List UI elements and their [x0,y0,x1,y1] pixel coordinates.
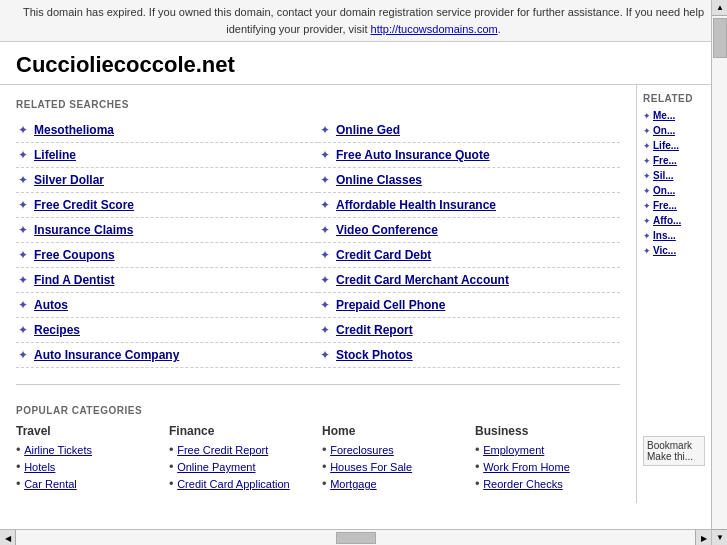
search-link-free-credit-score[interactable]: Free Credit Score [34,198,134,212]
list-item: ✦ Credit Card Debt [318,243,620,268]
category-col-travel: Travel Airline Tickets Hotels Car Rental [16,424,161,493]
arrow-icon: ✦ [643,186,651,196]
search-link-free-auto-insurance[interactable]: Free Auto Insurance Quote [336,148,490,162]
list-item: ✦ Video Conference [318,218,620,243]
list-item: Car Rental [16,476,161,491]
list-item: Free Credit Report [169,442,314,457]
top-notification-bar: This domain has expired. If you owned th… [0,0,727,42]
arrow-icon: ✦ [320,148,330,162]
sidebar-link-2[interactable]: On... [653,125,675,136]
cat-link-car-rental[interactable]: Car Rental [24,478,77,490]
list-item: Work From Home [475,459,620,474]
horizontal-thumb[interactable] [336,532,376,544]
scrollbar[interactable]: ▲ ▼ [711,0,727,545]
sidebar-link-10[interactable]: Vic... [653,245,676,256]
cat-link-work-from-home[interactable]: Work From Home [483,461,570,473]
arrow-icon: ✦ [320,348,330,362]
cat-link-online-payment[interactable]: Online Payment [177,461,255,473]
arrow-icon: ✦ [643,246,651,256]
cat-link-credit-card-application[interactable]: Credit Card Application [177,478,290,490]
list-item: ✦ Free Auto Insurance Quote [318,143,620,168]
bookmark-line1: Bookmark [647,440,701,451]
list-item: Online Payment [169,459,314,474]
sidebar-link-5[interactable]: Sil... [653,170,674,181]
cat-link-reorder-checks[interactable]: Reorder Checks [483,478,562,490]
search-link-free-coupons[interactable]: Free Coupons [34,248,115,262]
arrow-icon: ✦ [643,126,651,136]
cat-link-airline-tickets[interactable]: Airline Tickets [24,444,92,456]
sidebar-link-6[interactable]: On... [653,185,675,196]
scroll-up-button[interactable]: ▲ [712,0,727,16]
cat-link-free-credit-report[interactable]: Free Credit Report [177,444,268,456]
related-searches-label: RELATED SEARCHES [16,99,620,110]
list-item: Mortgage [322,476,467,491]
search-col-left: ✦ Mesothelioma ✦ Lifeline ✦ Silver Dolla… [16,118,318,368]
sidebar-link-9[interactable]: Ins... [653,230,676,241]
list-item: ✦ Prepaid Cell Phone [318,293,620,318]
scroll-thumb[interactable] [713,18,727,58]
cat-link-houses-for-sale[interactable]: Houses For Sale [330,461,412,473]
list-item: Employment [475,442,620,457]
search-link-credit-card-debt[interactable]: Credit Card Debt [336,248,431,262]
arrow-icon: ✦ [643,111,651,121]
list-item: ✦ Online Classes [318,168,620,193]
search-link-insurance-claims[interactable]: Insurance Claims [34,223,133,237]
search-link-stock-photos[interactable]: Stock Photos [336,348,413,362]
arrow-icon: ✦ [18,273,28,287]
arrow-icon: ✦ [320,248,330,262]
search-link-prepaid-cell[interactable]: Prepaid Cell Phone [336,298,445,312]
list-item: ✦ Stock Photos [318,343,620,368]
cat-link-mortgage[interactable]: Mortgage [330,478,376,490]
sidebar-link-1[interactable]: Me... [653,110,675,121]
search-link-mesothelioma[interactable]: Mesothelioma [34,123,114,137]
sidebar-link-4[interactable]: Fre... [653,155,677,166]
cat-link-foreclosures[interactable]: Foreclosures [330,444,394,456]
search-link-lifeline[interactable]: Lifeline [34,148,76,162]
search-col-right: ✦ Online Ged ✦ Free Auto Insurance Quote… [318,118,620,368]
search-link-affordable-health[interactable]: Affordable Health Insurance [336,198,496,212]
list-item: Airline Tickets [16,442,161,457]
horizontal-scrollbar[interactable]: ◀ ▶ [0,529,711,545]
sidebar-link-7[interactable]: Fre... [653,200,677,211]
arrow-icon: ✦ [320,173,330,187]
search-link-credit-card-merchant[interactable]: Credit Card Merchant Account [336,273,509,287]
site-title: Cuccioliecoccole.net [0,42,727,85]
arrow-icon: ✦ [320,323,330,337]
sidebar-item: ✦ Fre... [643,200,705,211]
sidebar-item: ✦ Me... [643,110,705,121]
arrow-icon: ✦ [643,156,651,166]
sidebar-link-3[interactable]: Life... [653,140,679,151]
popular-categories-section: POPULAR CATEGORIES Travel Airline Ticket… [16,395,620,493]
category-col-business: Business Employment Work From Home Reord… [475,424,620,493]
arrow-icon: ✦ [320,273,330,287]
list-item: Houses For Sale [322,459,467,474]
search-link-auto-insurance-company[interactable]: Auto Insurance Company [34,348,179,362]
scroll-down-button[interactable]: ▼ [712,529,727,545]
sidebar-item: ✦ Life... [643,140,705,151]
category-title-business: Business [475,424,620,438]
search-link-online-ged[interactable]: Online Ged [336,123,400,137]
scroll-left-button[interactable]: ◀ [0,530,16,545]
search-link-autos[interactable]: Autos [34,298,68,312]
scroll-right-button[interactable]: ▶ [695,530,711,545]
cat-link-employment[interactable]: Employment [483,444,544,456]
categories-grid: Travel Airline Tickets Hotels Car Rental… [16,424,620,493]
list-item: ✦ Recipes [16,318,318,343]
search-link-video-conference[interactable]: Video Conference [336,223,438,237]
sidebar-item: ✦ Ins... [643,230,705,241]
search-link-credit-report[interactable]: Credit Report [336,323,413,337]
cat-link-hotels[interactable]: Hotels [24,461,55,473]
sidebar-link-8[interactable]: Affo... [653,215,681,226]
list-item: Credit Card Application [169,476,314,491]
arrow-icon: ✦ [643,201,651,211]
scroll-track [712,16,727,529]
arrow-icon: ✦ [18,148,28,162]
search-link-online-classes[interactable]: Online Classes [336,173,422,187]
list-item: ✦ Credit Card Merchant Account [318,268,620,293]
section-divider [16,384,620,385]
search-link-silver-dollar[interactable]: Silver Dollar [34,173,104,187]
search-link-recipes[interactable]: Recipes [34,323,80,337]
search-link-find-a-dentist[interactable]: Find A Dentist [34,273,114,287]
topbar-link[interactable]: http://tucowsdomains.com [371,23,498,35]
popular-categories-label: POPULAR CATEGORIES [16,405,620,416]
